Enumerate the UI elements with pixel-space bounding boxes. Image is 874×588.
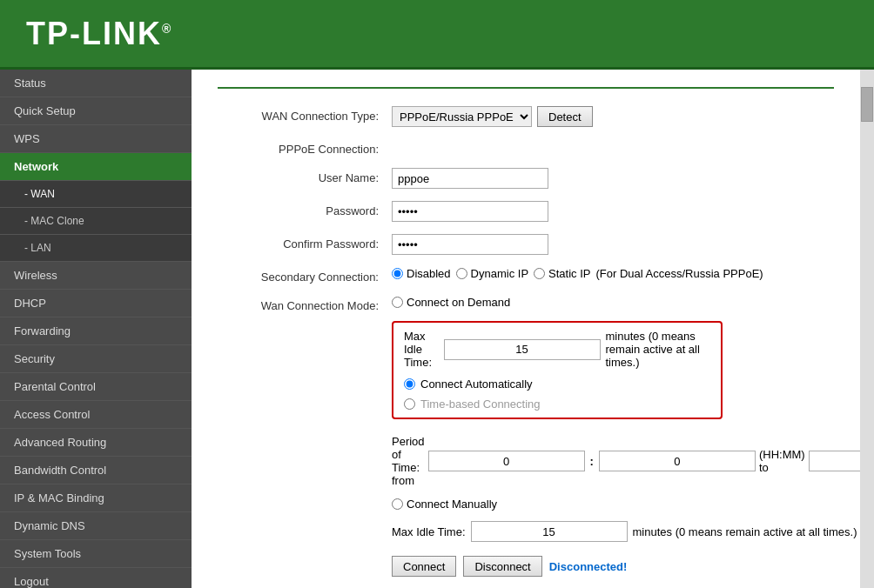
sidebar-item-ip-mac-binding[interactable]: IP & MAC Binding <box>0 484 192 512</box>
password-label: Password: <box>218 201 392 217</box>
sidebar-item-lan[interactable]: - LAN <box>0 235 192 262</box>
to-hh-input[interactable] <box>809 451 860 471</box>
disabled-radio-group: Disabled <box>392 267 451 280</box>
top-divider <box>218 87 834 89</box>
logo-reg: ® <box>162 22 172 36</box>
sidebar-item-forwarding[interactable]: Forwarding <box>0 317 192 345</box>
sidebar-item-logout[interactable]: Logout <box>0 568 192 588</box>
secondary-connection-label: Secondary Connection: <box>218 267 392 284</box>
dynamic-ip-radio[interactable] <box>456 268 467 279</box>
disconnected-status: Disconnected! <box>549 560 628 573</box>
password-content <box>392 201 834 222</box>
connect-auto-highlight-box: Max Idle Time: minutes (0 means remain a… <box>392 321 723 419</box>
wan-connection-type-content: PPPoE/Russia PPPoE Detect <box>392 106 834 127</box>
connect-auto-row: Connect Automatically <box>404 374 710 394</box>
colon1: : <box>590 455 594 468</box>
pppoe-connection-label: PPPoE Connection: <box>218 139 392 156</box>
username-content <box>392 168 834 189</box>
wan-connection-mode-label: Wan Connection Mode: <box>218 296 392 312</box>
max-idle-time-row2: Max Idle Time: minutes (0 means remain a… <box>392 521 857 542</box>
time-based-row: Time-based Connecting <box>404 398 710 411</box>
confirm-password-label: Confirm Password: <box>218 234 392 251</box>
max-idle-input2[interactable] <box>471 521 628 542</box>
wan-connection-type-row: WAN Connection Type: PPPoE/Russia PPPoE … <box>218 106 834 127</box>
disabled-radio[interactable] <box>392 268 403 279</box>
username-input[interactable] <box>392 168 548 189</box>
connect-manually-group: Connect Manually <box>392 498 497 511</box>
from-hhmm-label: (HH:MM) to <box>759 448 805 474</box>
max-idle-time-row1: Max Idle Time: minutes (0 means remain a… <box>404 330 710 369</box>
time-based-radio[interactable] <box>404 398 415 410</box>
sidebar-item-wps[interactable]: WPS <box>0 125 192 153</box>
connect-on-demand-group: Connect on Demand <box>392 296 510 309</box>
sidebar-item-dynamic-dns[interactable]: Dynamic DNS <box>0 512 192 540</box>
secondary-connection-content: Disabled Dynamic IP Static IP (For Dual … <box>392 267 834 280</box>
sidebar-item-advanced-routing[interactable]: Advanced Routing <box>0 429 192 457</box>
header: TP-LINK® <box>0 0 874 70</box>
secondary-connection-row: Secondary Connection: Disabled Dynamic I… <box>218 267 834 284</box>
max-idle-label2: Max Idle Time: <box>392 525 466 538</box>
sidebar-item-wan[interactable]: - WAN <box>0 181 192 208</box>
disconnect-button[interactable]: Disconnect <box>463 556 541 577</box>
static-ip-radio-group: Static IP <box>534 267 590 280</box>
time-based-label: Time-based Connecting <box>420 398 541 411</box>
connect-on-demand-label: Connect on Demand <box>407 296 510 309</box>
username-row: User Name: <box>218 168 834 189</box>
logo: TP-LINK® <box>26 16 172 52</box>
sidebar-item-quick-setup[interactable]: Quick Setup <box>0 97 192 125</box>
connect-manually-radio[interactable] <box>392 498 403 510</box>
confirm-password-input[interactable] <box>392 234 548 255</box>
sidebar-item-security[interactable]: Security <box>0 345 192 373</box>
wan-connection-type-label: WAN Connection Type: <box>218 106 392 123</box>
max-idle-note2: minutes (0 means remain active at all ti… <box>633 525 857 538</box>
connect-button[interactable]: Connect <box>392 556 456 577</box>
from-hh-input[interactable] <box>428 451 585 471</box>
disabled-label: Disabled <box>407 267 451 280</box>
content-area: WAN Connection Type: PPPoE/Russia PPPoE … <box>192 70 860 588</box>
connect-manually-label: Connect Manually <box>407 498 497 511</box>
sidebar-item-wireless[interactable]: Wireless <box>0 262 192 290</box>
scrollbar-thumb[interactable] <box>861 87 873 122</box>
dynamic-ip-radio-group: Dynamic IP <box>456 267 528 280</box>
username-label: User Name: <box>218 168 392 184</box>
confirm-password-row: Confirm Password: <box>218 234 834 255</box>
max-idle-label1: Max Idle Time: <box>404 330 439 369</box>
static-ip-label: Static IP <box>548 267 590 280</box>
sidebar-item-bandwidth-control[interactable]: Bandwidth Control <box>0 457 192 484</box>
wan-connection-mode-row: Wan Connection Mode: Connect on Demand M… <box>218 296 834 577</box>
main-layout: Status Quick Setup WPS Network - WAN - M… <box>0 70 874 588</box>
max-idle-input1[interactable] <box>444 339 601 360</box>
dynamic-ip-label: Dynamic IP <box>471 267 528 280</box>
scrollbar[interactable] <box>860 70 874 588</box>
connect-automatically-label: Connect Automatically <box>420 378 533 391</box>
connect-automatically-radio[interactable] <box>404 378 415 390</box>
period-row: Period of Time: from : (HH:MM) to : (HH:… <box>392 435 860 487</box>
wan-connection-mode-content: Connect on Demand Max Idle Time: minutes… <box>392 296 860 577</box>
password-input[interactable] <box>392 201 548 222</box>
sidebar-item-mac-clone[interactable]: - MAC Clone <box>0 208 192 235</box>
period-label: Period of Time: from <box>392 435 425 487</box>
sidebar-item-system-tools[interactable]: System Tools <box>0 540 192 568</box>
sidebar-item-dhcp[interactable]: DHCP <box>0 290 192 317</box>
connect-on-demand-radio[interactable] <box>392 297 403 308</box>
dual-access-label: (For Dual Access/Russia PPPoE) <box>595 267 763 280</box>
sidebar-item-network[interactable]: Network <box>0 153 192 181</box>
sidebar-item-access-control[interactable]: Access Control <box>0 401 192 429</box>
detect-button[interactable]: Detect <box>537 106 593 127</box>
confirm-password-content <box>392 234 834 255</box>
password-row: Password: <box>218 201 834 222</box>
pppoe-connection-row: PPPoE Connection: <box>218 139 834 156</box>
connect-buttons-row: Connect Disconnect Disconnected! <box>392 556 627 577</box>
sidebar: Status Quick Setup WPS Network - WAN - M… <box>0 70 192 588</box>
sidebar-item-status[interactable]: Status <box>0 70 192 97</box>
max-idle-note1: minutes (0 means remain active at all ti… <box>606 330 711 369</box>
from-mm-input[interactable] <box>599 451 756 471</box>
static-ip-radio[interactable] <box>534 268 545 279</box>
sidebar-item-parental-control[interactable]: Parental Control <box>0 373 192 401</box>
wan-connection-type-select[interactable]: PPPoE/Russia PPPoE <box>392 106 532 127</box>
